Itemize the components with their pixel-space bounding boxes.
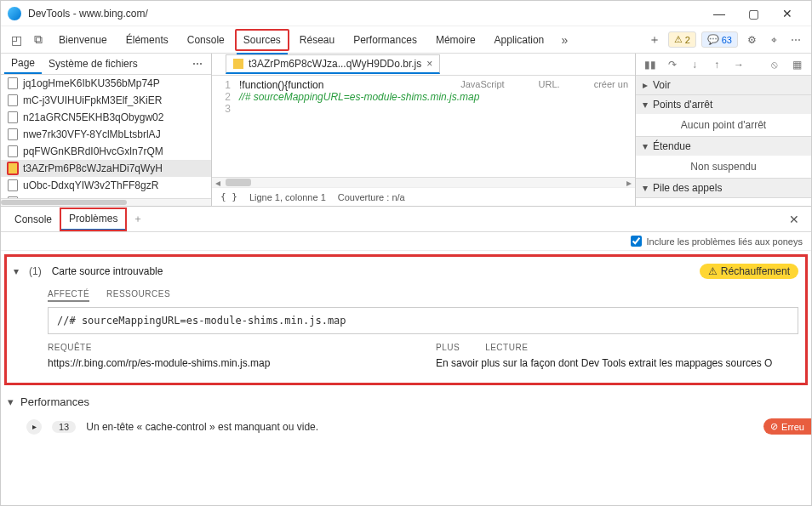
breakpoints-body: Aucun point d'arrêt xyxy=(636,114,811,136)
sources-panel: Page Système de fichiers ⋯ jq1ogHmeK6IbK… xyxy=(1,54,811,207)
window-title: DevTools - www.bing.com/ xyxy=(28,8,702,20)
section-callstack[interactable]: Pile des appels xyxy=(636,179,811,197)
file-item[interactable]: jq1ogHmeK6IbKU356bMp74P xyxy=(1,75,211,92)
file-icon xyxy=(8,179,18,191)
subtab-resources[interactable]: RESSOURCES xyxy=(106,289,170,302)
tab-network[interactable]: Réseau xyxy=(291,29,343,51)
info-badge[interactable]: 💬63 xyxy=(701,31,738,48)
section-scope[interactable]: Étendue xyxy=(636,137,811,156)
play-icon[interactable]: ▸ xyxy=(26,419,42,435)
code-editor[interactable]: 123 !function(){function //# sourceMappi… xyxy=(212,76,635,177)
cursor-position: Ligne 1, colonne 1 xyxy=(249,192,326,202)
file-item[interactable]: mC-j3VUIHUiFpkM3Elf_3KiER xyxy=(1,92,211,109)
format-icon[interactable]: { } xyxy=(220,191,237,202)
include-checkbox[interactable] xyxy=(631,236,642,247)
warning-badge[interactable]: ⚠2 xyxy=(668,31,696,48)
problem-item: ▾ (1) Carte source introuvable ⚠Réchauff… xyxy=(4,254,808,385)
navigator-tabs: Page Système de fichiers ⋯ xyxy=(1,54,211,75)
nav-more-icon[interactable]: ⋯ xyxy=(187,58,208,70)
problem-code: //# sourceMappingURL=es-module-shims.min… xyxy=(48,307,798,334)
pause-exc-icon[interactable]: ▦ xyxy=(789,59,804,71)
step-icon[interactable]: → xyxy=(731,59,746,71)
perf-row: ▸ 13 Un en-tête « cache-control » est ma… xyxy=(8,415,804,441)
tab-bienvenue[interactable]: Bienvenue xyxy=(50,29,116,51)
section-breakpoints[interactable]: Points d'arrêt xyxy=(636,95,811,114)
file-item-selected[interactable]: t3AZrPm6P8cWJzaHDi7qWyH xyxy=(1,160,211,177)
scroll-right-icon[interactable]: ▸ xyxy=(623,178,635,187)
navigator-scrollbar[interactable] xyxy=(1,198,211,206)
file-icon xyxy=(8,77,18,89)
problem-details: REQUÊTE https://r.bing.com/rp/es-module-… xyxy=(48,343,798,369)
code-hints: JavaScriptURL.créer un xyxy=(460,79,628,89)
file-icon xyxy=(8,145,18,157)
include-label: Inclure les problèmes liés aux poneys xyxy=(647,236,803,247)
subtab-affected[interactable]: AFFECTÉ xyxy=(48,289,89,302)
problem-count: (1) xyxy=(29,265,42,277)
file-warning-icon xyxy=(8,162,18,174)
pause-icon[interactable]: ▮▮ xyxy=(643,59,658,71)
perf-count: 13 xyxy=(52,421,76,433)
problems-toolbar: Inclure les problèmes liés aux poneys xyxy=(1,232,811,251)
problem-header[interactable]: ▾ (1) Carte source introuvable ⚠Réchauff… xyxy=(14,264,798,279)
request-value: https://r.bing.com/rp/es-module-shims.mi… xyxy=(48,357,410,369)
add-drawer-tab-icon[interactable]: ＋ xyxy=(126,212,150,226)
device-icon[interactable]: ⧉ xyxy=(28,30,49,50)
drawer-tab-problems[interactable]: Problèmes xyxy=(60,208,126,230)
lecture-label: LECTURE xyxy=(485,343,528,352)
main-toolbar: ◰ ⧉ Bienvenue Éléments Console Sources R… xyxy=(1,26,811,54)
editor-status: { } Ligne 1, colonne 1 Couverture : n/a xyxy=(212,187,635,206)
file-list: jq1ogHmeK6IbKU356bMp74P mC-j3VUIHUiFpkM3… xyxy=(1,75,211,198)
tab-console[interactable]: Console xyxy=(179,29,233,51)
settings-icon[interactable]: ⚙ xyxy=(741,34,762,46)
section-voir[interactable]: Voir xyxy=(636,76,811,94)
nav-tab-page[interactable]: Page xyxy=(4,54,42,74)
tab-elements[interactable]: Éléments xyxy=(117,29,177,51)
file-item[interactable]: pqFWGnKBRdI0HvcGxln7rQM xyxy=(1,143,211,160)
close-drawer-icon[interactable]: ✕ xyxy=(782,213,806,226)
close-button[interactable]: ✕ xyxy=(770,7,804,20)
editor-pane: t3AZrPm6P8cWJza...qWyH9DDo.br.js × 123 !… xyxy=(212,54,636,206)
menu-icon[interactable]: ⋯ xyxy=(786,34,806,46)
add-icon[interactable]: ＋ xyxy=(644,30,665,50)
tab-performance[interactable]: Performances xyxy=(345,29,426,51)
editor-tab[interactable]: t3AZrPm6P8cWJza...qWyH9DDo.br.js × xyxy=(226,54,440,74)
file-item[interactable]: n21aGRCN5EKHB3qObygw02 xyxy=(1,109,211,126)
close-tab-icon[interactable]: × xyxy=(426,58,432,70)
performance-section: Performances ▸ 13 Un en-tête « cache-con… xyxy=(1,389,811,441)
plus-label: PLUS xyxy=(436,343,460,352)
more-tabs-icon[interactable]: » xyxy=(554,30,575,50)
line-gutter: 123 xyxy=(212,76,236,177)
scroll-left-icon[interactable]: ◂ xyxy=(212,178,224,187)
nav-tab-filesystem[interactable]: Système de fichiers xyxy=(42,54,145,73)
perf-header[interactable]: Performances xyxy=(8,389,804,415)
heat-badge: ⚠Réchauffement xyxy=(700,264,798,279)
problem-title: Carte source introuvable xyxy=(52,265,163,277)
file-navigator: Page Système de fichiers ⋯ jq1ogHmeK6IbK… xyxy=(1,54,212,206)
drawer: Console Problèmes ＋ ✕ Inclure les problè… xyxy=(1,207,811,441)
error-badge[interactable]: ⊘Erreu xyxy=(763,418,811,435)
inspect-icon[interactable]: ◰ xyxy=(6,30,26,50)
perf-text: Un en-tête « cache-control » est manquan… xyxy=(86,421,318,433)
request-label: REQUÊTE xyxy=(48,343,410,352)
step-out-icon[interactable]: ↑ xyxy=(709,59,724,71)
minimize-button[interactable]: — xyxy=(702,7,736,20)
tab-memory[interactable]: Mémoire xyxy=(427,29,484,51)
maximize-button[interactable]: ▢ xyxy=(736,7,770,20)
expand-icon[interactable]: ▾ xyxy=(14,265,19,277)
file-item[interactable]: nwe7rk30VFY-8YclMbLtsbrlAJ xyxy=(1,126,211,143)
step-over-icon[interactable]: ↷ xyxy=(665,59,680,71)
debugger-pane: ▮▮ ↷ ↓ ↑ → ⦸ ▦ Voir Points d'arrêt Aucun… xyxy=(636,54,811,206)
step-into-icon[interactable]: ↓ xyxy=(687,59,702,71)
drawer-tab-console[interactable]: Console xyxy=(6,209,60,230)
editor-tabs: t3AZrPm6P8cWJza...qWyH9DDo.br.js × xyxy=(212,54,635,76)
lecture-value: En savoir plus sur la façon dont Dev Too… xyxy=(436,357,798,369)
editor-scrollbar[interactable]: ◂ ▸ xyxy=(212,177,635,187)
deactivate-bp-icon[interactable]: ⦸ xyxy=(767,59,782,71)
file-item[interactable]: uObc-DdxqYIW3v2ThFF8gzR xyxy=(1,177,211,194)
tab-sources[interactable]: Sources xyxy=(235,29,289,51)
extra-icon[interactable]: ⌖ xyxy=(763,34,784,46)
tab-application[interactable]: Application xyxy=(486,29,553,51)
file-icon xyxy=(8,94,18,106)
coverage-status: Couverture : n/a xyxy=(338,192,405,202)
warning-icon xyxy=(233,59,243,69)
